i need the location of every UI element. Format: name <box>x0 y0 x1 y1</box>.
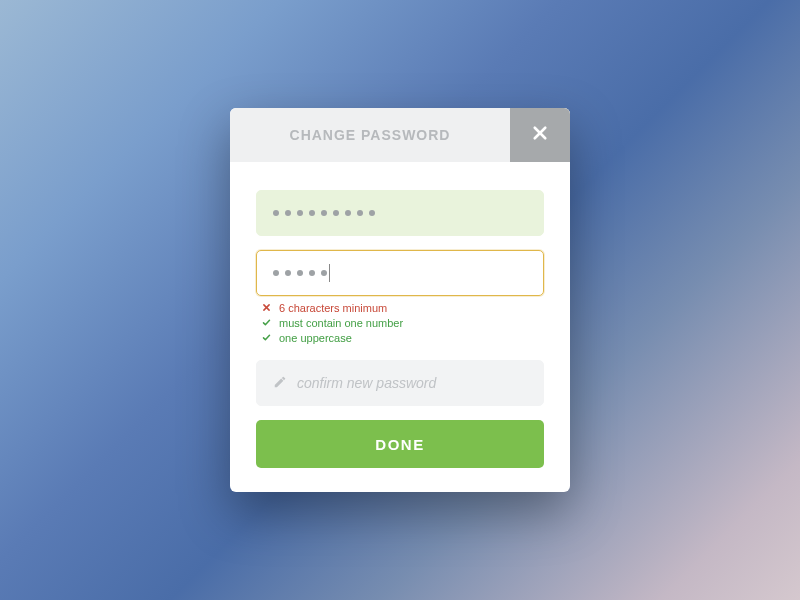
new-password-input[interactable] <box>256 250 544 296</box>
x-icon <box>262 302 271 314</box>
password-rule: one uppercase <box>262 332 544 344</box>
check-icon <box>262 332 271 344</box>
modal-header: CHANGE PASSWORD <box>230 108 570 162</box>
password-mask <box>273 210 375 216</box>
check-icon <box>262 317 271 329</box>
password-rule: 6 characters minimum <box>262 302 544 314</box>
done-label: DONE <box>375 436 424 453</box>
pencil-icon <box>273 375 287 392</box>
rule-text: 6 characters minimum <box>279 302 387 314</box>
modal-title: CHANGE PASSWORD <box>230 108 510 162</box>
close-button[interactable] <box>510 108 570 162</box>
close-icon <box>531 124 549 146</box>
text-cursor <box>329 264 330 282</box>
password-rules: 6 characters minimummust contain one num… <box>262 302 544 344</box>
current-password-input[interactable] <box>256 190 544 236</box>
confirm-placeholder: confirm new password <box>297 375 436 391</box>
confirm-password-input[interactable]: confirm new password <box>256 360 544 406</box>
change-password-modal: CHANGE PASSWORD 6 characters minimummust… <box>230 108 570 492</box>
password-mask <box>273 270 327 276</box>
rule-text: must contain one number <box>279 317 403 329</box>
rule-text: one uppercase <box>279 332 352 344</box>
password-rule: must contain one number <box>262 317 544 329</box>
modal-body: 6 characters minimummust contain one num… <box>230 162 570 492</box>
done-button[interactable]: DONE <box>256 420 544 468</box>
